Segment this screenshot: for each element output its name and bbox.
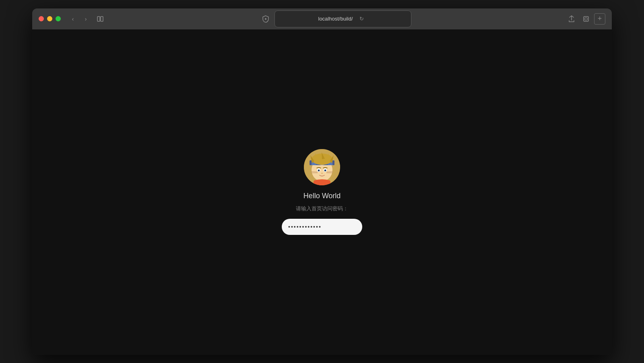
- minimize-button[interactable]: [47, 16, 52, 21]
- svg-rect-0: [97, 17, 100, 21]
- toolbar-right: +: [565, 12, 605, 25]
- sidebar-toggle-button[interactable]: [95, 13, 106, 25]
- browser-content: Hello World 请输入首页访问密码： →: [32, 29, 612, 355]
- svg-rect-1: [101, 17, 103, 21]
- traffic-lights: [39, 16, 61, 21]
- back-button[interactable]: ‹: [67, 13, 78, 25]
- address-bar[interactable]: localhost/build/ ↻: [275, 10, 411, 27]
- forward-button[interactable]: ›: [80, 13, 91, 25]
- svg-rect-3: [584, 17, 588, 21]
- url-text: localhost/build/: [318, 16, 353, 22]
- user-name: Hello World: [303, 192, 341, 200]
- reload-button[interactable]: ↻: [356, 13, 367, 25]
- browser-titlebar: ‹ › localhost/build/ ↻: [32, 8, 612, 29]
- svg-point-17: [321, 173, 323, 174]
- svg-point-2: [265, 18, 266, 20]
- window-button[interactable]: [580, 12, 592, 25]
- login-container: Hello World 请输入首页访问密码： →: [282, 149, 362, 235]
- prompt-text: 请输入首页访问密码：: [296, 205, 348, 212]
- svg-point-15: [318, 170, 319, 171]
- browser-window: ‹ › localhost/build/ ↻: [32, 8, 612, 355]
- svg-point-16: [325, 170, 326, 171]
- close-button[interactable]: [39, 16, 44, 21]
- address-bar-container: localhost/build/ ↻: [109, 10, 562, 27]
- security-icon: [260, 13, 271, 25]
- avatar: [304, 149, 340, 185]
- share-button[interactable]: [565, 12, 578, 25]
- maximize-button[interactable]: [56, 16, 61, 21]
- svg-rect-28: [310, 160, 312, 165]
- nav-buttons: ‹ ›: [67, 13, 91, 25]
- reload-icon: ↻: [359, 16, 364, 22]
- svg-rect-4: [585, 18, 587, 20]
- svg-rect-29: [332, 160, 334, 165]
- add-tab-button[interactable]: +: [594, 13, 605, 25]
- password-form: →: [282, 219, 362, 235]
- password-input[interactable]: [282, 220, 362, 233]
